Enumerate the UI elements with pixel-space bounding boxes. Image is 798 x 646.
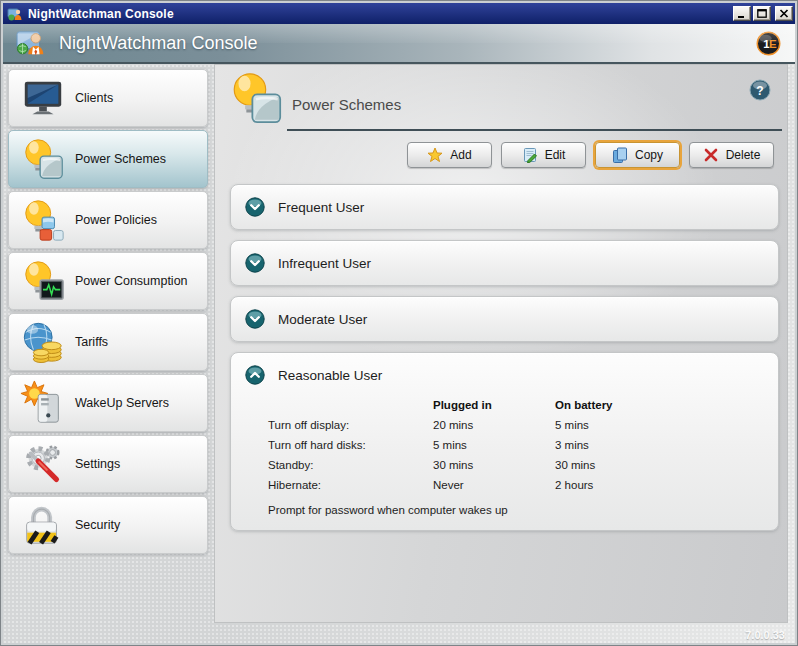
sidebar-item-label: Power Schemes bbox=[75, 152, 166, 166]
scheme-name: Reasonable User bbox=[278, 368, 382, 383]
power-schemes-page-icon bbox=[227, 69, 285, 127]
maximize-button[interactable] bbox=[753, 6, 771, 21]
power-policies-icon bbox=[20, 197, 66, 243]
scheme-header-infrequent-user[interactable]: Infrequent User bbox=[231, 241, 778, 285]
app-window: NightWatchman Console NightWatchman Cons… bbox=[0, 0, 798, 646]
main-panel: Power Schemes ? AddEditCopyDelete Freque… bbox=[214, 64, 788, 623]
help-icon[interactable]: ? bbox=[749, 79, 771, 101]
toolbar-button-label: Copy bbox=[635, 148, 663, 162]
setting-value-plugged-in: 30 mins bbox=[433, 459, 555, 472]
scheme-details: Plugged inOn batteryTurn off display:20 … bbox=[268, 399, 758, 492]
scheme-infrequent-user: Infrequent User bbox=[230, 240, 779, 286]
scheme-moderate-user: Moderate User bbox=[230, 296, 779, 342]
sidebar-item-label: Tariffs bbox=[75, 335, 108, 349]
scheme-list: Frequent UserInfrequent UserModerate Use… bbox=[230, 184, 779, 531]
copy-button[interactable]: Copy bbox=[595, 142, 680, 168]
sidebar-item-label: WakeUp Servers bbox=[75, 396, 169, 410]
sidebar-item-label: Power Policies bbox=[75, 213, 157, 227]
delete-icon bbox=[703, 147, 719, 163]
setting-label: Standby: bbox=[268, 459, 433, 472]
add-icon bbox=[427, 147, 443, 163]
minimize-button[interactable] bbox=[733, 6, 751, 21]
password-note: Prompt for password when computer wakes … bbox=[268, 504, 758, 516]
page-title: Power Schemes bbox=[292, 96, 401, 113]
security-icon bbox=[20, 502, 66, 548]
setting-value-on-battery: 3 mins bbox=[555, 439, 758, 452]
column-header: On battery bbox=[555, 399, 758, 412]
sidebar-item-security[interactable]: Security bbox=[8, 496, 208, 554]
sidebar-item-wakeup-servers[interactable]: WakeUp Servers bbox=[8, 374, 208, 432]
app-logo-icon bbox=[15, 26, 49, 60]
sidebar-item-settings[interactable]: Settings bbox=[8, 435, 208, 493]
setting-label: Turn off hard disks: bbox=[268, 439, 433, 452]
toolbar: AddEditCopyDelete bbox=[407, 142, 774, 168]
sidebar-item-clients[interactable]: Clients bbox=[8, 69, 208, 127]
scheme-name: Frequent User bbox=[278, 200, 364, 215]
titlebar: NightWatchman Console bbox=[3, 3, 795, 24]
add-button[interactable]: Add bbox=[407, 142, 492, 168]
column-header: Plugged in bbox=[433, 399, 555, 412]
settings-icon bbox=[20, 441, 66, 487]
toolbar-button-label: Add bbox=[450, 148, 471, 162]
scheme-reasonable-user: Reasonable UserPlugged inOn batteryTurn … bbox=[230, 352, 779, 531]
sidebar-item-label: Security bbox=[75, 518, 120, 532]
scheme-name: Infrequent User bbox=[278, 256, 371, 271]
power-consumption-icon bbox=[20, 258, 66, 304]
setting-value-on-battery: 30 mins bbox=[555, 459, 758, 472]
scheme-header-moderate-user[interactable]: Moderate User bbox=[231, 297, 778, 341]
spacer-cell bbox=[268, 399, 433, 412]
app-header-title: NightWatchman Console bbox=[59, 33, 257, 54]
setting-label: Turn off display: bbox=[268, 419, 433, 432]
scheme-name: Moderate User bbox=[278, 312, 367, 327]
chevron-down-icon bbox=[245, 197, 265, 217]
toolbar-button-label: Edit bbox=[545, 148, 566, 162]
sidebar-item-tariffs[interactable]: Tariffs bbox=[8, 313, 208, 371]
scheme-header-frequent-user[interactable]: Frequent User bbox=[231, 185, 778, 229]
delete-button[interactable]: Delete bbox=[689, 142, 774, 168]
setting-value-plugged-in: 20 mins bbox=[433, 419, 555, 432]
content-area: ClientsPower SchemesPower PoliciesPower … bbox=[3, 64, 795, 643]
toolbar-button-label: Delete bbox=[726, 148, 761, 162]
tariffs-icon bbox=[20, 319, 66, 365]
setting-value-on-battery: 5 mins bbox=[555, 419, 758, 432]
brand-badge-1e-icon: 1E bbox=[756, 31, 781, 56]
sidebar-item-power-schemes[interactable]: Power Schemes bbox=[8, 130, 208, 188]
setting-label: Hibernate: bbox=[268, 479, 433, 492]
scheme-header-reasonable-user[interactable]: Reasonable User bbox=[231, 353, 778, 397]
setting-value-on-battery: 2 hours bbox=[555, 479, 758, 492]
chevron-down-icon bbox=[245, 309, 265, 329]
copy-icon bbox=[612, 147, 628, 163]
edit-button[interactable]: Edit bbox=[501, 142, 586, 168]
sidebar-item-label: Settings bbox=[75, 457, 120, 471]
close-button[interactable] bbox=[775, 6, 793, 21]
title-separator bbox=[287, 129, 782, 131]
app-header: NightWatchman Console 1E bbox=[3, 24, 795, 64]
window-title: NightWatchman Console bbox=[28, 7, 731, 21]
setting-value-plugged-in: 5 mins bbox=[433, 439, 555, 452]
sidebar-item-label: Clients bbox=[75, 91, 113, 105]
clients-icon bbox=[20, 75, 66, 121]
version-label: 7.0.0.33 bbox=[745, 629, 785, 641]
wakeup-servers-icon bbox=[20, 380, 66, 426]
setting-value-plugged-in: Never bbox=[433, 479, 555, 492]
app-icon bbox=[7, 6, 23, 22]
sidebar-item-power-consumption[interactable]: Power Consumption bbox=[8, 252, 208, 310]
scheme-frequent-user: Frequent User bbox=[230, 184, 779, 230]
chevron-up-icon bbox=[245, 365, 265, 385]
sidebar-item-label: Power Consumption bbox=[75, 274, 188, 288]
chevron-down-icon bbox=[245, 253, 265, 273]
sidebar-item-power-policies[interactable]: Power Policies bbox=[8, 191, 208, 249]
sidebar: ClientsPower SchemesPower PoliciesPower … bbox=[8, 69, 208, 554]
edit-icon bbox=[522, 147, 538, 163]
svg-text:E: E bbox=[769, 38, 777, 50]
svg-text:?: ? bbox=[756, 84, 763, 98]
power-schemes-icon bbox=[20, 136, 66, 182]
